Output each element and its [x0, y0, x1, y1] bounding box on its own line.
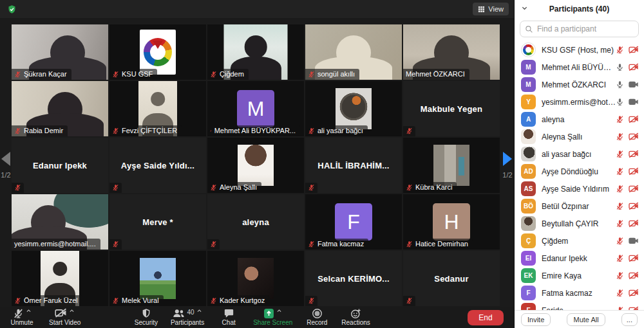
- letter-avatar: A: [521, 112, 536, 127]
- participant-name: Fatma kacmaz: [542, 289, 616, 298]
- participant-row[interactable]: ali yasar bağcı: [515, 145, 644, 163]
- video-tile-aleynasalli[interactable]: Aleyna Şallı: [207, 138, 304, 193]
- participant-row[interactable]: Beytullah ÇAYIR: [515, 215, 644, 232]
- participant-row[interactable]: MMehmet ÖZKARCI: [515, 76, 644, 93]
- mic-muted-icon: [616, 254, 624, 262]
- video-tile-fatma[interactable]: F Fatma kacmaz: [305, 194, 402, 250]
- video-tile-ozkarci[interactable]: Mehmet ÖZKARCI: [403, 24, 500, 80]
- mute-status: [305, 183, 317, 193]
- participant-name: Mehmet Ali BÜYÜKPARMAKSIZ: [542, 63, 616, 72]
- mute-all-button[interactable]: Mute All: [567, 313, 605, 326]
- participant-row[interactable]: ASAyşe Saide Yıldırım: [515, 180, 644, 197]
- participant-name: Emire Kaya: [542, 271, 616, 280]
- video-tile-melek[interactable]: Melek Vural: [109, 251, 206, 306]
- participant-status-icons: [616, 115, 639, 123]
- toolbar-chat-button[interactable]: Chat: [213, 307, 244, 327]
- participant-name-label: Ayşe Saide Yıldı...: [109, 138, 206, 193]
- toolbar-label: Unmute: [10, 319, 33, 326]
- video-tile-aysesaide[interactable]: Ayşe Saide Yıldı...: [109, 138, 206, 193]
- letter-avatar: Y: [521, 95, 536, 109]
- participants-panel-footer: Invite Mute All ...: [515, 310, 644, 328]
- participant-row[interactable]: BÖBetül Özpınar: [515, 197, 644, 215]
- mute-status: [305, 296, 317, 306]
- participant-row[interactable]: MMehmet Ali BÜYÜKPARMAKSIZ: [515, 59, 644, 76]
- toolbar-security-button[interactable]: Security: [131, 307, 162, 327]
- video-tile-fevzi[interactable]: Fevzi ÇİFTÇİLER: [109, 81, 206, 136]
- toolbar-reactions-button[interactable]: Reactions: [339, 307, 372, 327]
- mute-status: [109, 183, 122, 193]
- video-tile-omer[interactable]: Ömer Faruk Üzel: [12, 251, 108, 306]
- participant-name: yesimm.ermis@hotmail.com: [542, 98, 616, 107]
- video-tile-sukran[interactable]: Şükran Kaçar: [12, 24, 108, 80]
- toolbar-participants-button[interactable]: 40Participants: [168, 307, 207, 327]
- more-options-button[interactable]: ...: [621, 313, 638, 326]
- video-tile-sedanur[interactable]: Sedanur: [403, 251, 500, 306]
- end-meeting-button[interactable]: End: [468, 310, 504, 325]
- mic-icon: [616, 63, 624, 71]
- video-tile-aliyasar[interactable]: ali yasar bağcı: [305, 81, 402, 136]
- ksu-logo: [140, 30, 176, 75]
- mic-muted-icon: [616, 219, 624, 228]
- video-tile-rabia[interactable]: Rabia Demir: [12, 81, 108, 136]
- participant-name: ali yasar bağcı: [542, 150, 616, 159]
- video-tile-mehmetali[interactable]: M Mehmet Ali BÜYÜKPAR...: [207, 81, 304, 136]
- video-tile-kader[interactable]: Kader Kurtgoz: [207, 251, 304, 306]
- participant-name-label: Ömer Faruk Üzel: [12, 295, 82, 306]
- photo-avatar: [521, 147, 536, 161]
- previous-page-icon[interactable]: [1, 152, 10, 166]
- participant-row[interactable]: ÇÇiğdem: [515, 232, 644, 250]
- video-tile-merve[interactable]: Merve *: [109, 194, 206, 250]
- page-indicator-right: 1/2: [502, 171, 513, 179]
- video-tile-edanur[interactable]: Edanur Ipekk: [12, 138, 108, 193]
- mic-muted-icon: [406, 241, 413, 248]
- participants-count-badge: 40: [187, 309, 194, 316]
- camera-off-icon: [629, 63, 639, 71]
- mic-muted-icon: [14, 71, 21, 78]
- participant-row[interactable]: Yyesimm.ermis@hotmail.com: [515, 93, 644, 111]
- mic-muted-icon: [308, 241, 315, 248]
- meeting-main-area: View Şükran Kaçar KSU GSF Çiğdem songül …: [0, 0, 514, 328]
- toolbar-start-video-button[interactable]: Start Video: [46, 307, 83, 327]
- video-tile-aleynaname[interactable]: aleyna: [207, 194, 304, 250]
- grid-pager-previous: 1/2: [0, 152, 12, 179]
- grid-view-icon: [478, 6, 485, 13]
- participants-panel-title: Participants (40): [549, 5, 609, 14]
- participant-row[interactable]: FFatma kacmaz: [515, 284, 644, 302]
- toolbar-share-screen-button[interactable]: Share Screen: [251, 307, 295, 327]
- next-page-icon[interactable]: [503, 152, 512, 166]
- video-tile-kubra[interactable]: Kübra Karci: [403, 138, 500, 193]
- participant-name: Aleyna Şallı: [542, 132, 616, 141]
- video-tile-songul[interactable]: songül akıllı: [305, 24, 402, 80]
- mic-muted-icon: [112, 127, 119, 134]
- participant-row[interactable]: Aaleyna: [515, 111, 644, 128]
- participant-row[interactable]: EIEdanur Ipekk: [515, 250, 644, 267]
- video-tile-hatice[interactable]: H Hatice Demirhan: [403, 194, 500, 250]
- chevron-up-icon: [276, 308, 282, 314]
- toolbar-center-group: Security40ParticipantsChatShare ScreenRe…: [131, 307, 373, 327]
- video-tile-halil[interactable]: HALİL İBRAHİM...: [305, 138, 402, 193]
- participant-row[interactable]: EKEmire Kaya: [515, 267, 644, 284]
- letter-avatar: F: [521, 286, 536, 300]
- video-tile-makbule[interactable]: Makbule Yegen: [403, 81, 500, 136]
- mic-muted-icon: [14, 184, 21, 191]
- toolbar-left-group: Unmute Start Video: [6, 307, 83, 327]
- video-tile-selcan[interactable]: Selcan KERİMO...: [305, 251, 402, 306]
- participant-name-label: Şükran Kaçar: [12, 69, 71, 80]
- panel-collapse-button[interactable]: [521, 5, 528, 12]
- participant-row[interactable]: ADAyşe Döndüoğlu: [515, 163, 644, 180]
- invite-button[interactable]: Invite: [521, 313, 551, 326]
- toolbar-record-button[interactable]: Record: [301, 307, 332, 327]
- video-tile-cigdem[interactable]: Çiğdem: [207, 24, 304, 80]
- toolbar-label: Share Screen: [253, 319, 292, 326]
- participant-row[interactable]: Aleyna Şallı: [515, 128, 644, 145]
- toolbar-unmute-button[interactable]: Unmute: [6, 307, 37, 327]
- participant-status-icons: [616, 237, 639, 245]
- view-button[interactable]: View: [473, 3, 509, 15]
- search-participant-input[interactable]: [520, 21, 639, 37]
- participant-status-icons: [616, 80, 639, 89]
- video-tile-ksugsf[interactable]: KSU GSF: [109, 24, 206, 80]
- participant-row[interactable]: FFeride: [515, 302, 644, 310]
- video-tile-yesimm[interactable]: yesimm.ermis@hotmail....: [12, 194, 108, 250]
- participant-row[interactable]: KSU GSF (Host, me): [515, 41, 644, 59]
- mic-muted-icon: [210, 241, 217, 248]
